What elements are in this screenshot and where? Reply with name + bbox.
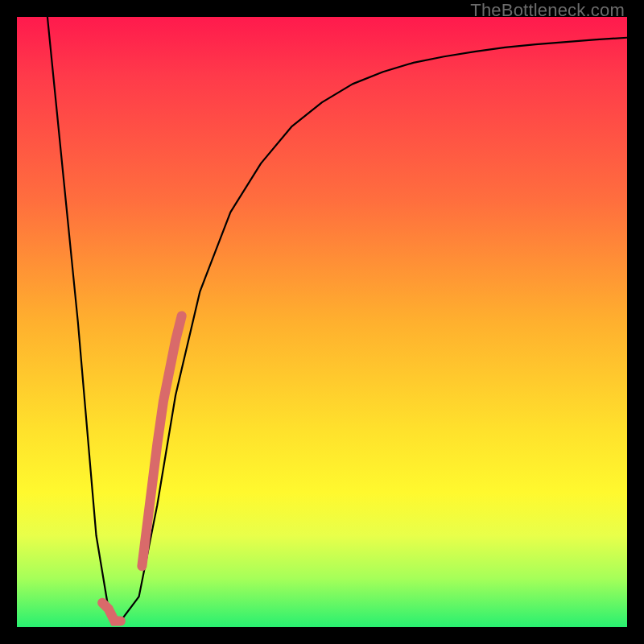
minimum-marker [102,603,121,621]
bottleneck-curve [47,17,627,621]
plot-area [17,17,627,627]
chart-svg [17,17,627,627]
rising-steep-marker [142,316,181,566]
chart-frame: TheBottleneck.com [0,0,644,644]
